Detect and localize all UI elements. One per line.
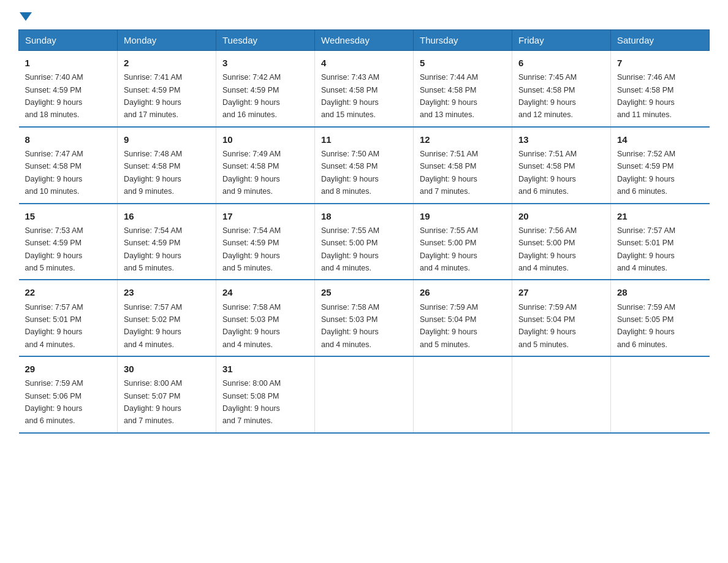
day-info: Sunrise: 7:52 AMSunset: 4:59 PMDaylight:…: [617, 150, 675, 196]
calendar-cell: 4 Sunrise: 7:43 AMSunset: 4:58 PMDayligh…: [315, 51, 414, 127]
calendar-week-row: 15 Sunrise: 7:53 AMSunset: 4:59 PMDaylig…: [19, 204, 710, 280]
calendar-cell: 3 Sunrise: 7:42 AMSunset: 4:59 PMDayligh…: [216, 51, 315, 127]
day-number: 24: [222, 285, 308, 299]
day-header-friday: Friday: [512, 30, 611, 51]
calendar-cell: 14 Sunrise: 7:52 AMSunset: 4:59 PMDaylig…: [611, 127, 710, 204]
day-number: 20: [518, 209, 604, 223]
day-number: 17: [222, 209, 308, 223]
day-header-saturday: Saturday: [611, 30, 710, 51]
day-info: Sunrise: 7:48 AMSunset: 4:58 PMDaylight:…: [124, 150, 182, 196]
day-number: 2: [124, 56, 210, 70]
calendar-cell: 28 Sunrise: 7:59 AMSunset: 5:05 PMDaylig…: [611, 280, 710, 356]
day-number: 11: [321, 132, 407, 147]
day-number: 1: [25, 56, 112, 70]
day-number: 27: [518, 285, 604, 299]
calendar-cell: 15 Sunrise: 7:53 AMSunset: 4:59 PMDaylig…: [19, 204, 118, 280]
day-info: Sunrise: 7:53 AMSunset: 4:59 PMDaylight:…: [25, 226, 83, 272]
calendar-cell: 1 Sunrise: 7:40 AMSunset: 4:59 PMDayligh…: [19, 51, 118, 127]
calendar-cell: 25 Sunrise: 7:58 AMSunset: 5:03 PMDaylig…: [315, 280, 414, 356]
logo-triangle-icon: [20, 12, 32, 21]
calendar-cell: 30 Sunrise: 8:00 AMSunset: 5:07 PMDaylig…: [118, 356, 216, 433]
calendar-cell: 16 Sunrise: 7:54 AMSunset: 4:59 PMDaylig…: [118, 204, 216, 280]
calendar-week-row: 8 Sunrise: 7:47 AMSunset: 4:58 PMDayligh…: [19, 127, 710, 204]
calendar-cell: [315, 356, 414, 433]
calendar-table: SundayMondayTuesdayWednesdayThursdayFrid…: [18, 29, 710, 434]
day-header-wednesday: Wednesday: [315, 30, 414, 51]
day-number: 9: [124, 132, 210, 147]
calendar-cell: 29 Sunrise: 7:59 AMSunset: 5:06 PMDaylig…: [19, 356, 118, 433]
day-header-monday: Monday: [118, 30, 216, 51]
calendar-cell: 11 Sunrise: 7:50 AMSunset: 4:58 PMDaylig…: [315, 127, 414, 204]
day-info: Sunrise: 7:59 AMSunset: 5:04 PMDaylight:…: [420, 303, 478, 349]
day-number: 21: [617, 209, 703, 223]
day-number: 14: [617, 132, 703, 147]
day-info: Sunrise: 7:57 AMSunset: 5:01 PMDaylight:…: [25, 303, 83, 349]
day-number: 13: [518, 132, 604, 147]
calendar-cell: 22 Sunrise: 7:57 AMSunset: 5:01 PMDaylig…: [19, 280, 118, 356]
day-info: Sunrise: 7:55 AMSunset: 5:00 PMDaylight:…: [420, 226, 478, 272]
day-number: 15: [25, 209, 112, 223]
calendar-cell: 17 Sunrise: 7:54 AMSunset: 4:59 PMDaylig…: [216, 204, 315, 280]
calendar-header-row: SundayMondayTuesdayWednesdayThursdayFrid…: [19, 30, 710, 51]
day-number: 5: [420, 56, 506, 70]
day-info: Sunrise: 7:41 AMSunset: 4:59 PMDaylight:…: [124, 73, 182, 119]
day-info: Sunrise: 7:54 AMSunset: 4:59 PMDaylight:…: [124, 226, 182, 272]
day-number: 12: [420, 132, 506, 147]
calendar-cell: 21 Sunrise: 7:57 AMSunset: 5:01 PMDaylig…: [611, 204, 710, 280]
day-info: Sunrise: 8:00 AMSunset: 5:07 PMDaylight:…: [124, 379, 182, 425]
calendar-cell: [611, 356, 710, 433]
day-number: 6: [518, 56, 604, 70]
day-number: 8: [25, 132, 112, 147]
calendar-cell: 24 Sunrise: 7:58 AMSunset: 5:03 PMDaylig…: [216, 280, 315, 356]
calendar-cell: 2 Sunrise: 7:41 AMSunset: 4:59 PMDayligh…: [118, 51, 216, 127]
page-header: [18, 12, 710, 20]
day-info: Sunrise: 7:54 AMSunset: 4:59 PMDaylight:…: [222, 226, 281, 272]
calendar-cell: 31 Sunrise: 8:00 AMSunset: 5:08 PMDaylig…: [216, 356, 315, 433]
day-info: Sunrise: 7:56 AMSunset: 5:00 PMDaylight:…: [518, 226, 577, 272]
calendar-week-row: 1 Sunrise: 7:40 AMSunset: 4:59 PMDayligh…: [19, 51, 710, 127]
calendar-cell: 12 Sunrise: 7:51 AMSunset: 4:58 PMDaylig…: [414, 127, 512, 204]
day-info: Sunrise: 7:44 AMSunset: 4:58 PMDaylight:…: [420, 73, 478, 119]
day-info: Sunrise: 7:57 AMSunset: 5:02 PMDaylight:…: [124, 303, 182, 349]
calendar-cell: 13 Sunrise: 7:51 AMSunset: 4:58 PMDaylig…: [512, 127, 611, 204]
day-header-thursday: Thursday: [414, 30, 512, 51]
day-info: Sunrise: 7:47 AMSunset: 4:58 PMDaylight:…: [25, 150, 83, 196]
day-number: 7: [617, 56, 703, 70]
day-number: 29: [25, 362, 112, 376]
day-header-sunday: Sunday: [19, 30, 118, 51]
day-info: Sunrise: 7:55 AMSunset: 5:00 PMDaylight:…: [321, 226, 379, 272]
day-number: 30: [124, 362, 210, 376]
day-number: 3: [222, 56, 308, 70]
day-number: 16: [124, 209, 210, 223]
day-info: Sunrise: 7:58 AMSunset: 5:03 PMDaylight:…: [321, 303, 379, 349]
calendar-cell: 10 Sunrise: 7:49 AMSunset: 4:58 PMDaylig…: [216, 127, 315, 204]
day-number: 19: [420, 209, 506, 223]
day-info: Sunrise: 7:51 AMSunset: 4:58 PMDaylight:…: [420, 150, 478, 196]
calendar-cell: 9 Sunrise: 7:48 AMSunset: 4:58 PMDayligh…: [118, 127, 216, 204]
calendar-cell: 26 Sunrise: 7:59 AMSunset: 5:04 PMDaylig…: [414, 280, 512, 356]
day-info: Sunrise: 8:00 AMSunset: 5:08 PMDaylight:…: [222, 379, 281, 425]
calendar-cell: 27 Sunrise: 7:59 AMSunset: 5:04 PMDaylig…: [512, 280, 611, 356]
calendar-cell: [414, 356, 512, 433]
calendar-cell: 8 Sunrise: 7:47 AMSunset: 4:58 PMDayligh…: [19, 127, 118, 204]
calendar-cell: 5 Sunrise: 7:44 AMSunset: 4:58 PMDayligh…: [414, 51, 512, 127]
day-info: Sunrise: 7:59 AMSunset: 5:05 PMDaylight:…: [617, 303, 675, 349]
calendar-week-row: 22 Sunrise: 7:57 AMSunset: 5:01 PMDaylig…: [19, 280, 710, 356]
calendar-cell: 19 Sunrise: 7:55 AMSunset: 5:00 PMDaylig…: [414, 204, 512, 280]
calendar-cell: 20 Sunrise: 7:56 AMSunset: 5:00 PMDaylig…: [512, 204, 611, 280]
day-info: Sunrise: 7:40 AMSunset: 4:59 PMDaylight:…: [25, 73, 83, 119]
calendar-week-row: 29 Sunrise: 7:59 AMSunset: 5:06 PMDaylig…: [19, 356, 710, 433]
calendar-cell: [512, 356, 611, 433]
day-info: Sunrise: 7:43 AMSunset: 4:58 PMDaylight:…: [321, 73, 379, 119]
day-info: Sunrise: 7:46 AMSunset: 4:58 PMDaylight:…: [617, 73, 675, 119]
calendar-cell: 7 Sunrise: 7:46 AMSunset: 4:58 PMDayligh…: [611, 51, 710, 127]
calendar-cell: 23 Sunrise: 7:57 AMSunset: 5:02 PMDaylig…: [118, 280, 216, 356]
day-info: Sunrise: 7:42 AMSunset: 4:59 PMDaylight:…: [222, 73, 281, 119]
day-number: 23: [124, 285, 210, 299]
day-number: 28: [617, 285, 703, 299]
logo: [18, 12, 32, 20]
day-number: 10: [222, 132, 308, 147]
day-number: 22: [25, 285, 112, 299]
day-number: 31: [222, 362, 308, 376]
calendar-cell: 6 Sunrise: 7:45 AMSunset: 4:58 PMDayligh…: [512, 51, 611, 127]
